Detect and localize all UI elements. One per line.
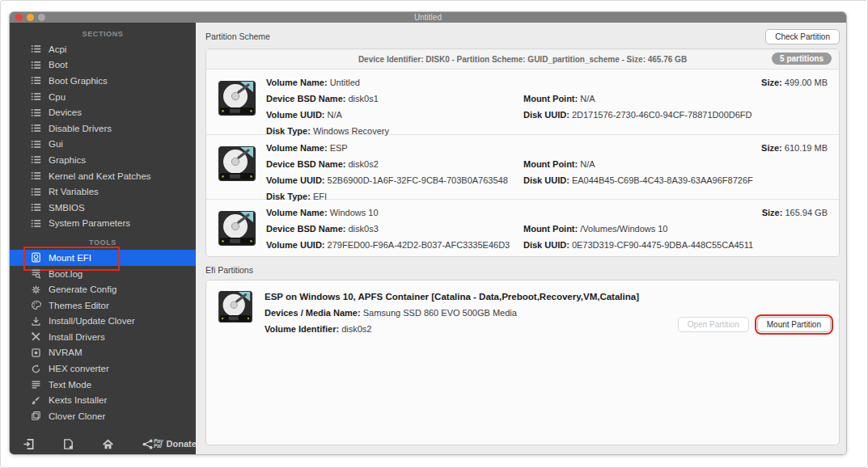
sidebar-item-label: Disable Drivers <box>49 124 112 133</box>
sidebar-tool-item[interactable]: Themes Editor <box>10 297 196 314</box>
sidebar-section-item[interactable]: Kernel and Kext Patches <box>10 168 196 184</box>
list-icon <box>31 202 41 213</box>
sidebar-item-label: Clover Cloner <box>49 411 105 421</box>
device-identifier-text: Device Identifier: DISK0 - Partition Sch… <box>358 55 687 64</box>
disk-type-value: EFI <box>313 192 327 201</box>
mount-point-value: N/A <box>580 94 595 103</box>
hard-disk-icon <box>218 146 256 182</box>
list-icon <box>31 91 41 102</box>
open-partition-button[interactable]: Open Partition <box>678 317 749 332</box>
disk-type-value: Windows Recovery <box>313 126 389 136</box>
mount-point-value: N/A <box>580 159 595 169</box>
volume-uuid-value: N/A <box>328 110 342 120</box>
paypal-icon: Pay Pal <box>154 439 163 449</box>
device-bsd-name-value: disk0s3 <box>349 224 379 234</box>
hard-disk-icon <box>218 81 256 116</box>
sidebar-tool-item[interactable]: Mount EFI <box>10 250 196 266</box>
footer-icon[interactable] <box>62 438 74 450</box>
sidebar-tool-item[interactable]: Install Drivers <box>10 329 196 345</box>
sidebar-section-item[interactable]: System Parameters <box>10 216 196 232</box>
sidebar-item-label: Graphics <box>49 155 86 165</box>
sidebar-tool-item[interactable]: Kexts Installer <box>10 392 196 408</box>
sidebar-item-label: Mount EFI <box>49 253 91 263</box>
sidebar-section-item[interactable]: Disable Drivers <box>10 120 196 137</box>
list-icon <box>31 218 41 229</box>
size-value: 610.19 MB <box>785 143 828 153</box>
partition-scheme-label: Partition Scheme <box>205 32 270 41</box>
mount-point-value: /Volumes/Windows 10 <box>580 224 667 234</box>
sidebar-section-item[interactable]: Gui <box>10 137 196 153</box>
footer-icon[interactable] <box>102 438 114 450</box>
traffic-lights <box>15 14 45 21</box>
efi-row-title: ESP on Windows 10, APFS Container [Catal… <box>265 289 639 305</box>
size-value: 165.94 GB <box>785 208 828 217</box>
partition-row[interactable]: Volume Name: Untitled Device BSD Name: d… <box>206 70 839 134</box>
nvram-icon <box>31 348 41 358</box>
list-icon <box>31 108 41 118</box>
efi-partitions-label: Efi Partitions <box>205 265 253 275</box>
partition-row[interactable]: Volume Name: ESP Device BSD Name: disk0s… <box>206 134 839 199</box>
partition-scheme-header: Device Identifier: DISK0 - Partition Sch… <box>206 49 839 70</box>
sidebar-section-item[interactable]: Boot <box>10 57 196 74</box>
wrench-icon <box>31 331 41 342</box>
close-button[interactable] <box>15 14 23 21</box>
volume-identifier-value: disk0s2 <box>341 324 371 334</box>
sidebar-section-item[interactable]: Boot Graphics <box>10 73 196 89</box>
log-icon <box>31 268 41 279</box>
sidebar-section-item[interactable]: Rt Variables <box>10 183 196 200</box>
sidebar-item-label: Rt Variables <box>49 187 99 196</box>
hard-disk-icon <box>218 211 256 247</box>
sidebar: SECTIONS Acpi Boot <box>10 23 196 455</box>
sidebar-section-item[interactable]: SMBIOS <box>10 200 196 216</box>
sidebar-tool-item[interactable]: Install/Update Clover <box>10 314 196 330</box>
copy-icon <box>31 411 41 421</box>
volume-name-value: ESP <box>330 143 348 153</box>
minimize-button[interactable] <box>27 14 34 21</box>
partition-list: Volume Name: Untitled Device BSD Name: d… <box>206 70 839 257</box>
device-bsd-name-value: disk0s1 <box>349 94 379 103</box>
check-partition-button[interactable]: Check Partition <box>765 29 840 44</box>
zoom-button[interactable] <box>38 14 45 21</box>
footer-icon[interactable] <box>142 438 154 450</box>
brush-icon <box>31 395 41 406</box>
efi-partitions-panel: ESP on Windows 10, APFS Container [Catal… <box>205 280 840 445</box>
partitions-count-badge: 5 partitions <box>772 53 832 65</box>
disk-uuid-value: EA044B45-C69B-4C43-8A39-63AA96F8726F <box>572 175 753 185</box>
list-icon <box>31 139 41 150</box>
sidebar-tool-item[interactable]: HEX converter <box>10 360 196 377</box>
donate-button[interactable]: Pay Pal Donate <box>154 439 197 449</box>
partition-row[interactable]: Volume Name: Windows 10 Device BSD Name:… <box>206 199 839 257</box>
sidebar-item-label: Install/Update Clover <box>49 316 135 326</box>
efi-partition-row[interactable]: ESP on Windows 10, APFS Container [Catal… <box>206 280 839 337</box>
size-value: 499.00 MB <box>785 78 828 87</box>
sidebar-section-item[interactable]: Cpu <box>10 89 196 105</box>
sidebar-item-label: Generate Config <box>49 285 116 294</box>
sidebar-tool-item[interactable]: NVRAM <box>10 345 196 361</box>
sidebar-tool-item[interactable]: Generate Config <box>10 281 196 297</box>
screenshot-frame: Untitled SECTIONS Acpi Boot <box>0 0 868 468</box>
list-icon <box>31 75 41 86</box>
partition-scheme-panel: Device Identifier: DISK0 - Partition Sch… <box>205 48 840 257</box>
device-bsd-name-value: disk0s2 <box>349 159 379 169</box>
sidebar-section-item[interactable]: Acpi <box>10 41 196 57</box>
sidebar-tool-item[interactable]: Clover Cloner <box>10 408 196 424</box>
list-icon <box>31 60 41 70</box>
app-window: Untitled SECTIONS Acpi Boot <box>9 11 847 455</box>
list-icon <box>31 44 41 54</box>
disk-uuid-value: 0E73D319-CF90-4475-9DBA-448C55CA4511 <box>572 240 753 250</box>
sidebar-tool-item[interactable]: Text Mode <box>10 377 196 393</box>
sidebar-item-label: Themes Editor <box>49 301 109 310</box>
volume-uuid-value: 279FED00-F96A-42D2-B037-AFC3335E46D3 <box>328 240 510 250</box>
list-icon <box>31 187 41 197</box>
sidebar-section-item[interactable]: Graphics <box>10 152 196 168</box>
mount-partition-button[interactable]: Mount Partition <box>757 317 831 332</box>
volume-uuid-value: 52B6900D-1A6F-32FC-9CB4-703B0A763548 <box>328 175 508 185</box>
list-icon <box>31 171 41 181</box>
gear-icon <box>31 285 41 295</box>
sidebar-tool-item[interactable]: Boot.log <box>10 266 196 282</box>
sidebar-item-label: Gui <box>49 139 63 149</box>
sidebar-item-label: System Parameters <box>49 218 130 228</box>
list-icon <box>31 154 41 165</box>
sidebar-section-item[interactable]: Devices <box>10 104 196 120</box>
footer-icon[interactable] <box>23 438 35 450</box>
